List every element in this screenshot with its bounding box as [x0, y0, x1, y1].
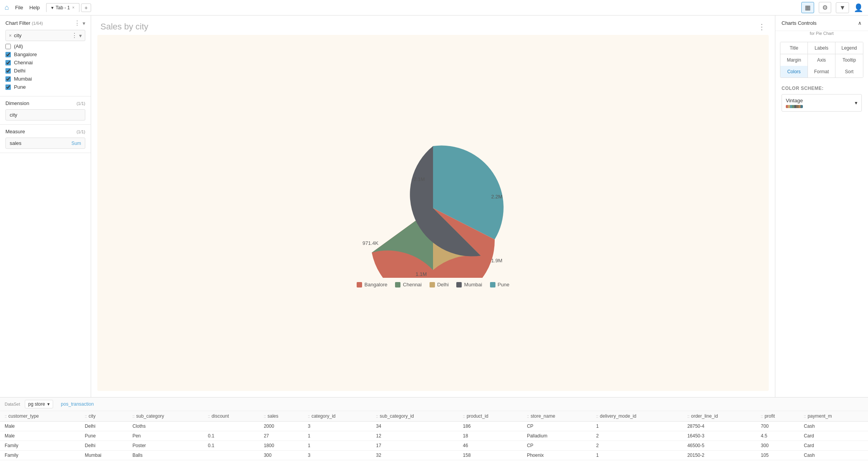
measure-badge: (1/1)	[76, 129, 85, 134]
checkbox-item[interactable]: (All)	[5, 43, 85, 49]
ctrl-btn-legend[interactable]: Legend	[835, 42, 863, 54]
table-cell: 27	[259, 431, 303, 441]
checkbox-input[interactable]	[5, 76, 11, 82]
top-bar: ⌂ File Help ▾ Tab - 1 × + ▦ ⚙ ▼ 👤	[0, 0, 868, 15]
checkbox-input[interactable]	[5, 44, 11, 49]
filter-tag-more-icon[interactable]: ⋮	[71, 32, 78, 39]
table-cell: 28750-4	[683, 422, 756, 431]
table-cell: CP	[522, 422, 592, 431]
ctrl-btn-margin[interactable]: Margin	[780, 54, 808, 66]
color-scheme-select[interactable]: Vintage ▾	[782, 94, 862, 112]
filter-remove-icon[interactable]: ×	[9, 33, 12, 38]
table-name[interactable]: pos_transaction	[61, 401, 94, 407]
table-col-profit[interactable]: ::profit	[756, 411, 799, 422]
table-header-bar: DataSet pg store ▾ pos_transaction	[0, 398, 868, 411]
checkbox-label: Mumbai	[14, 76, 32, 82]
table-col-delivery_mode_id[interactable]: ::delivery_mode_id	[592, 411, 683, 422]
filter-more-icon[interactable]: ⋮	[74, 19, 80, 27]
table-cell: 1	[303, 441, 371, 451]
table-col-discount[interactable]: ::discount	[203, 411, 259, 422]
ctrl-btn-format[interactable]: Format	[808, 66, 835, 77]
col-icon: ::	[761, 414, 763, 418]
ctrl-btn-tooltip[interactable]: Tooltip	[835, 54, 863, 66]
table-cell: CP	[522, 441, 592, 451]
dataset-select[interactable]: pg store ▾	[25, 400, 53, 408]
table-col-store_name[interactable]: ::store_name	[522, 411, 592, 422]
checkbox-item[interactable]: Pune	[5, 84, 85, 90]
table-row[interactable]: FamilyMumbaiBalls300332158Phoenix120150-…	[0, 451, 868, 460]
checkbox-input[interactable]	[5, 60, 11, 65]
right-panel-title: Charts Controls	[782, 20, 816, 26]
col-icon: ::	[208, 414, 210, 418]
filter-section: Chart Filter (1/64) ⋮ ▾ × city ⋮ ▾	[0, 15, 91, 96]
table-cell: 16450-3	[683, 431, 756, 441]
tab-dropdown-icon: ▾	[51, 5, 53, 10]
table-col-category_id[interactable]: ::category_id	[303, 411, 371, 422]
checkbox-input[interactable]	[5, 52, 11, 57]
checkbox-input[interactable]	[5, 84, 11, 90]
col-icon: ::	[596, 414, 599, 418]
settings-button[interactable]: ⚙	[819, 2, 831, 13]
table-cell: 18	[458, 431, 522, 441]
chart-header: Sales by city ⋮	[91, 15, 775, 35]
table-col-order_line_id[interactable]: ::order_line_id	[683, 411, 756, 422]
ctrl-btn-labels[interactable]: Labels	[808, 42, 835, 54]
checkbox-item[interactable]: Mumbai	[5, 76, 85, 82]
tab-1[interactable]: ▾ Tab - 1 ×	[46, 3, 80, 12]
checkbox-item[interactable]: Bangalore	[5, 52, 85, 57]
table-cell: 105	[756, 451, 799, 460]
right-panel-collapse-icon[interactable]: ∧	[858, 20, 862, 26]
table-col-sub_category_id[interactable]: ::sub_category_id	[371, 411, 458, 422]
chart-title: Sales by city	[100, 22, 148, 32]
chart-view-button[interactable]: ▦	[801, 2, 814, 13]
table-row[interactable]: FamilyDelhiPoster0.1180011746CP246500-53…	[0, 441, 868, 451]
checkbox-label: Chennai	[14, 60, 33, 65]
table-row[interactable]: MaleDelhiCloths2000334186CP128750-4700Ca…	[0, 422, 868, 431]
table-cell: Family	[0, 441, 80, 451]
table-cell: Cash	[799, 422, 868, 431]
pie-label-971k: 971.4K	[362, 240, 379, 246]
table-cell: Delhi	[80, 441, 128, 451]
table-cell: 75	[458, 460, 522, 463]
table-col-sub_category[interactable]: ::sub_category	[128, 411, 204, 422]
filter-badge: (1/64)	[32, 21, 43, 26]
checkbox-item[interactable]: Chennai	[5, 60, 85, 65]
table-cell: 1	[592, 422, 683, 431]
ctrl-btn-axis[interactable]: Axis	[808, 54, 835, 66]
table-col-sales[interactable]: ::sales	[259, 411, 303, 422]
table-row[interactable]: MalePunePen0.12711218Palladium216450-34.…	[0, 431, 868, 441]
user-avatar[interactable]: 👤	[854, 3, 863, 12]
top-bar-right: ▦ ⚙ ▼ 👤	[801, 2, 863, 13]
checkbox-item[interactable]: Delhi	[5, 68, 85, 74]
checkbox-input[interactable]	[5, 68, 11, 74]
table-cell: 300	[259, 451, 303, 460]
filter-button[interactable]: ▼	[836, 2, 849, 13]
home-icon[interactable]: ⌂	[5, 3, 9, 12]
table-cell: 42600-2	[683, 460, 756, 463]
table-row[interactable]: MalePuneFiction60022375Palladium142600-2…	[0, 460, 868, 463]
table-scroll-area[interactable]: ::customer_type::city::sub_category::dis…	[0, 411, 868, 463]
chart-more-icon[interactable]: ⋮	[758, 22, 766, 31]
add-tab-button[interactable]: +	[81, 3, 91, 12]
chart-controls-grid: TitleLabelsLegendMarginAxisTooltipColors…	[780, 42, 863, 78]
color-swatches	[786, 105, 803, 108]
filter-collapse-icon[interactable]: ▾	[83, 20, 85, 26]
table-col-customer_type[interactable]: ::customer_type	[0, 411, 80, 422]
table-col-payment_m[interactable]: ::payment_m	[799, 411, 868, 422]
dimension-header: Dimension (1/1)	[5, 100, 85, 106]
right-panel-subtitle: for Pie Chart	[775, 31, 868, 39]
table-cell: 34	[371, 422, 458, 431]
tab-1-close[interactable]: ×	[72, 5, 74, 10]
menu-file[interactable]: File	[15, 5, 23, 10]
table-cell: 158	[458, 451, 522, 460]
right-panel-header: Charts Controls ∧	[775, 15, 868, 31]
table-col-product_id[interactable]: ::product_id	[458, 411, 522, 422]
ctrl-btn-colors[interactable]: Colors	[780, 66, 808, 77]
menu-help[interactable]: Help	[29, 5, 40, 10]
filter-tag-expand-icon[interactable]: ▾	[79, 33, 82, 39]
table-col-city[interactable]: ::city	[80, 411, 128, 422]
dimension-value: city	[5, 109, 85, 120]
ctrl-btn-sort[interactable]: Sort	[835, 66, 863, 77]
filter-tag: × city ⋮ ▾	[5, 30, 85, 41]
ctrl-btn-title[interactable]: Title	[780, 42, 808, 54]
